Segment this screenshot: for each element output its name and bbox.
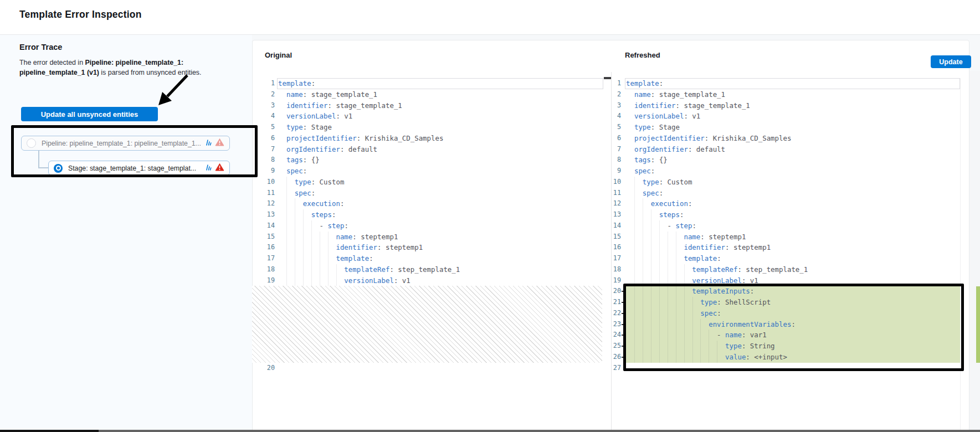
code-line: 25 type: String <box>611 341 969 352</box>
code-text: environmentVariables: <box>626 319 796 330</box>
template-library-icon <box>204 163 212 173</box>
code-line: 3 identifier: stage_template_1 <box>252 100 611 111</box>
code-line: 2 name: stage_template_1 <box>611 89 969 100</box>
tree-item-stage[interactable]: Stage: stage_template_1: stage_templat..… <box>48 161 230 176</box>
code-text: steps: <box>278 209 336 220</box>
error-trace-heading: Error Trace <box>19 43 62 52</box>
code-line: 26 value: <+input> <box>611 352 969 363</box>
code-text: versionLabel: v1 <box>626 275 758 286</box>
code-line: 7 orgIdentifier: default <box>611 144 969 155</box>
line-number: 15 <box>611 232 621 243</box>
radio-selected[interactable] <box>54 164 63 173</box>
radio-unselected[interactable] <box>27 138 36 148</box>
original-editor[interactable]: 1template:2 name: stage_template_13 iden… <box>252 78 611 374</box>
code-line: 17 template: <box>252 253 611 264</box>
code-text: identifier: stage_template_1 <box>626 100 750 111</box>
code-text: orgIdentifier: default <box>626 144 725 155</box>
line-number: 20 <box>252 363 275 374</box>
code-text: spec: <box>278 188 315 199</box>
template-error-inspection-page: Template Error Inspection Error Trace Th… <box>0 0 980 432</box>
code-line: 27 <box>611 363 969 374</box>
tree-item-label: Stage: stage_template_1: stage_templat..… <box>68 164 201 172</box>
update-button[interactable]: Update <box>931 55 971 68</box>
bottom-edge-bar <box>99 430 980 432</box>
code-line: 9 spec: <box>611 166 969 177</box>
line-number: 14 <box>252 220 275 232</box>
code-line: 16 identifier: steptemp1 <box>252 242 611 253</box>
code-text: name: steptemp1 <box>626 232 746 243</box>
line-number: 23 <box>611 319 621 330</box>
code-line: 5 type: Stage <box>252 122 611 133</box>
code-line: 18 templateRef: step_template_1 <box>252 264 611 275</box>
code-line: 14 - step: <box>611 220 969 232</box>
line-number: 13 <box>611 209 621 220</box>
overview-ruler-added-mark[interactable] <box>976 286 980 363</box>
added-line-marker <box>622 324 625 325</box>
code-line: 1template: <box>611 78 969 89</box>
tree-item-pipeline[interactable]: Pipeline: pipeline_template_1: pipeline_… <box>21 136 230 151</box>
code-text: templateRef: step_template_1 <box>626 264 808 275</box>
line-number: 1 <box>611 78 621 89</box>
line-number: 7 <box>252 144 275 155</box>
line-number: 19 <box>252 275 275 286</box>
code-line: 19 versionLabel: v1 <box>252 275 611 286</box>
code-text: tags: {} <box>626 155 668 166</box>
refreshed-pane-title: Refreshed <box>625 51 660 59</box>
line-number: 8 <box>252 155 275 166</box>
line-number: 26 <box>611 352 621 363</box>
code-line: 23 environmentVariables: <box>611 319 969 330</box>
tree-item-label: Pipeline: pipeline_template_1: pipeline_… <box>42 140 201 147</box>
page-header <box>0 0 980 35</box>
code-line: 20 templateInputs: <box>611 286 969 297</box>
code-line: 22 spec: <box>611 308 969 319</box>
code-line: 10 type: Custom <box>252 177 611 188</box>
line-number: 6 <box>252 133 275 144</box>
line-number: 10 <box>252 177 275 188</box>
line-number: 16 <box>252 242 275 253</box>
page-right-margin <box>969 71 980 430</box>
code-line: 16 identifier: steptemp1 <box>611 242 969 253</box>
code-line: 8 tags: {} <box>252 155 611 166</box>
code-text: spec: <box>278 166 307 177</box>
added-line-marker <box>622 291 625 292</box>
code-line: 11 spec: <box>611 188 969 199</box>
line-number: 16 <box>611 242 621 253</box>
code-line: 18 templateRef: step_template_1 <box>611 264 969 275</box>
code-text: projectIdentifier: Krishika_CD_Samples <box>278 133 443 144</box>
line-number: 25 <box>611 341 621 352</box>
code-text: type: Stage <box>626 122 680 133</box>
warning-icon <box>215 163 224 173</box>
code-text: templateRef: step_template_1 <box>278 264 460 275</box>
code-line: 3 identifier: stage_template_1 <box>611 100 969 111</box>
page-title: Template Error Inspection <box>19 9 142 20</box>
code-line: 19 versionLabel: v1 <box>611 275 969 286</box>
line-number: 24 <box>611 330 621 341</box>
code-line: 7 orgIdentifier: default <box>252 144 611 155</box>
line-number: 18 <box>611 264 621 275</box>
line-number: 14 <box>611 220 621 232</box>
code-line: 13 steps: <box>611 209 969 220</box>
added-line-marker <box>622 357 625 358</box>
code-line: 12 execution: <box>252 198 611 209</box>
code-text: type: ShellScript <box>626 297 771 308</box>
code-text: spec: <box>626 308 721 319</box>
code-text: - step: <box>626 220 696 232</box>
code-text: type: Custom <box>278 177 344 188</box>
code-text: template: <box>278 78 315 89</box>
code-line: 15 name: steptemp1 <box>611 232 969 243</box>
line-number: 18 <box>252 264 275 275</box>
update-all-unsynced-button[interactable]: Update all unsynced entities <box>21 107 158 121</box>
line-number: 22 <box>611 308 621 319</box>
code-line: 12 execution: <box>611 198 969 209</box>
code-line: 11 spec: <box>252 188 611 199</box>
code-line: 13 steps: <box>252 209 611 220</box>
code-line: 10 type: Custom <box>611 177 969 188</box>
line-number: 17 <box>252 253 275 264</box>
code-text: name: stage_template_1 <box>278 89 377 100</box>
added-line-marker <box>622 302 625 303</box>
line-number: 12 <box>252 198 275 209</box>
refreshed-editor[interactable]: 1template:2 name: stage_template_13 iden… <box>611 78 969 374</box>
line-number: 5 <box>611 122 621 133</box>
added-line-marker <box>622 313 625 314</box>
bottom-edge-bar <box>0 430 99 432</box>
